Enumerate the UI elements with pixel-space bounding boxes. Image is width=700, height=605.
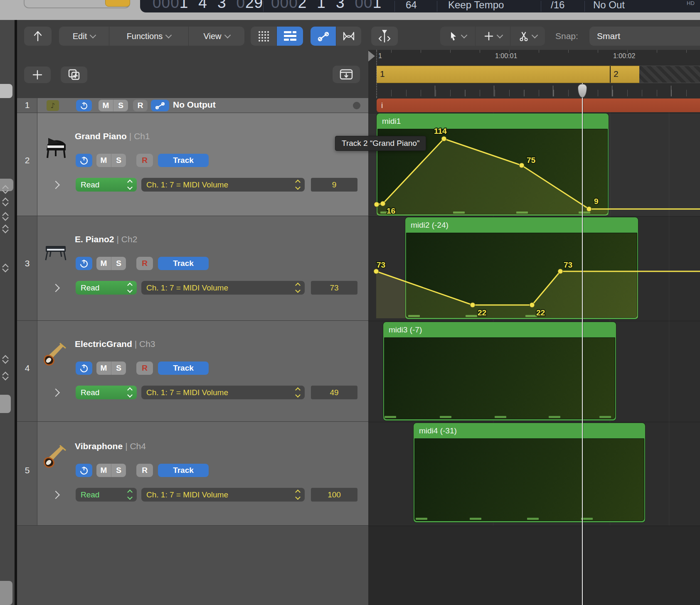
pointer-tool-button[interactable]: [440, 27, 476, 46]
automation-mode-dropdown[interactable]: Read: [76, 281, 137, 295]
solo-button[interactable]: S: [111, 464, 126, 477]
track-name[interactable]: E. Piano2| Ch2: [75, 234, 137, 244]
power-icon: [79, 363, 89, 373]
track-name[interactable]: Grand Piano| Ch1: [75, 131, 150, 141]
scissors-tool-button[interactable]: [510, 27, 545, 46]
stepper-icon[interactable]: [1, 212, 10, 221]
track-automation-target-button[interactable]: Track: [158, 154, 209, 167]
menu-view[interactable]: View: [189, 27, 244, 46]
disclosure-chevron[interactable]: [52, 181, 60, 189]
region-midi1[interactable]: midi1: [377, 113, 609, 216]
track-name-text: Grand Piano: [75, 131, 127, 141]
record-button[interactable]: R: [136, 362, 153, 375]
mute-button[interactable]: M: [99, 100, 113, 111]
region-body[interactable]: [406, 233, 637, 318]
midi-draw-button[interactable]: [336, 27, 361, 46]
automation-parameter-dropdown[interactable]: Ch. 1: 7 = MIDI Volume: [141, 488, 305, 502]
track-name[interactable]: Vibraphone| Ch4: [75, 441, 146, 451]
chevron-down-icon: [90, 32, 96, 38]
automation-mode-dropdown[interactable]: Read: [76, 178, 137, 192]
menu-functions[interactable]: Functions: [109, 27, 189, 46]
position-display-2[interactable]: 0002 1 3 001: [271, 0, 392, 12]
automation-value-field[interactable]: 49: [311, 386, 357, 399]
keep-tempo-display[interactable]: Keep Tempo: [448, 0, 504, 13]
track-on-button[interactable]: [76, 464, 92, 477]
mute-button[interactable]: M: [96, 362, 111, 375]
region-midi4[interactable]: midi4 (-31): [414, 423, 645, 522]
marker-bar[interactable]: 1 2: [377, 66, 639, 83]
track-on-button[interactable]: [76, 257, 92, 270]
ruler-corner-triangle: [368, 51, 375, 61]
menu-edit[interactable]: Edit: [59, 27, 109, 46]
hide-automation-button[interactable]: [333, 66, 360, 83]
stepper-icon[interactable]: [1, 197, 10, 207]
duplicate-track-button[interactable]: [61, 66, 87, 83]
mute-button[interactable]: M: [96, 464, 111, 477]
automation-toggle-button[interactable]: [151, 100, 169, 111]
record-button[interactable]: R: [136, 154, 153, 167]
automation-value-field[interactable]: 73: [311, 281, 357, 295]
split-tool-button[interactable]: [371, 27, 398, 46]
track-on-button[interactable]: [76, 154, 92, 167]
logic-automation-window: 0001 4 3 029 0002 1 3 001 64 Keep Tempo …: [0, 0, 700, 605]
automation-curve-button[interactable]: [311, 27, 336, 46]
marker-1-label[interactable]: 1: [380, 69, 385, 79]
add-track-button[interactable]: [24, 66, 51, 83]
disclosure-chevron[interactable]: [52, 491, 60, 499]
snap-dropdown[interactable]: Smart: [589, 27, 700, 46]
ruler-time-label[interactable]: 1:00:02: [613, 52, 635, 60]
region-midi3[interactable]: midi3 (-7): [383, 322, 616, 421]
position-display-1[interactable]: 0001 4 3 029: [153, 0, 273, 12]
playhead-line[interactable]: [582, 83, 583, 605]
solo-button[interactable]: S: [113, 100, 128, 111]
mute-button[interactable]: M: [96, 154, 111, 167]
marker-2-label[interactable]: 2: [614, 69, 619, 79]
go-to-parent-button[interactable]: [24, 27, 52, 46]
stepper-icon[interactable]: [1, 184, 10, 194]
solo-button[interactable]: S: [111, 362, 126, 375]
automation-parameter-label: Ch. 1: 7 = MIDI Volume: [146, 180, 228, 189]
record-button[interactable]: R: [136, 464, 153, 477]
track-automation-target-button[interactable]: Track: [158, 362, 209, 375]
automation-parameter-dropdown[interactable]: Ch. 1: 7 = MIDI Volume: [141, 178, 305, 192]
grid-view-button[interactable]: [251, 27, 277, 46]
track-automation-target-button[interactable]: Track: [158, 464, 209, 477]
mute-button[interactable]: M: [96, 257, 111, 270]
automation-mode-dropdown[interactable]: Read: [76, 386, 137, 399]
automation-value-field[interactable]: 9: [311, 178, 357, 192]
automation-mode-label: Read: [81, 388, 99, 397]
record-button[interactable]: R: [133, 100, 148, 111]
track-name[interactable]: ElectricGrand| Ch3: [75, 339, 155, 349]
record-button[interactable]: R: [136, 257, 153, 270]
gold-button[interactable]: [105, 0, 130, 7]
stepper-icon[interactable]: [1, 371, 10, 381]
disclosure-chevron[interactable]: [52, 389, 60, 397]
division-display[interactable]: /16: [551, 0, 564, 13]
solo-button[interactable]: S: [111, 257, 126, 270]
track-on-button[interactable]: [76, 362, 92, 375]
track-on-button[interactable]: [76, 100, 92, 111]
region-body[interactable]: [384, 337, 615, 419]
region-body[interactable]: [414, 438, 644, 521]
midi-out-display[interactable]: No Out: [593, 0, 625, 13]
automation-value-field[interactable]: 100: [311, 488, 357, 502]
tempo-display[interactable]: 64: [406, 0, 417, 13]
stepper-icon[interactable]: [1, 224, 10, 234]
region-i[interactable]: i: [377, 98, 700, 112]
solo-button[interactable]: S: [111, 154, 126, 167]
track-name[interactable]: No Output: [173, 100, 216, 110]
region-midi2[interactable]: midi2 (-24): [405, 217, 638, 319]
ruler-bar-label[interactable]: 1: [378, 52, 382, 60]
disclosure-chevron[interactable]: [52, 284, 60, 292]
crosshair-tool-button[interactable]: [476, 27, 510, 46]
track-header-e-piano2: 3 E. Piano2| Ch2 M S R Track Read: [17, 220, 368, 316]
track-automation-target-button[interactable]: Track: [158, 257, 209, 270]
track-row-1[interactable]: 1 ♪ M S R No Output: [17, 98, 368, 113]
automation-parameter-dropdown[interactable]: Ch. 1: 7 = MIDI Volume: [141, 281, 305, 295]
stepper-icon[interactable]: [1, 354, 10, 364]
ruler-time-label[interactable]: 1:00:01: [495, 52, 517, 60]
stepper-icon[interactable]: [1, 263, 10, 273]
automation-mode-dropdown[interactable]: Read: [76, 488, 137, 502]
automation-parameter-dropdown[interactable]: Ch. 1: 7 = MIDI Volume: [141, 386, 305, 399]
list-view-button[interactable]: [277, 27, 303, 46]
